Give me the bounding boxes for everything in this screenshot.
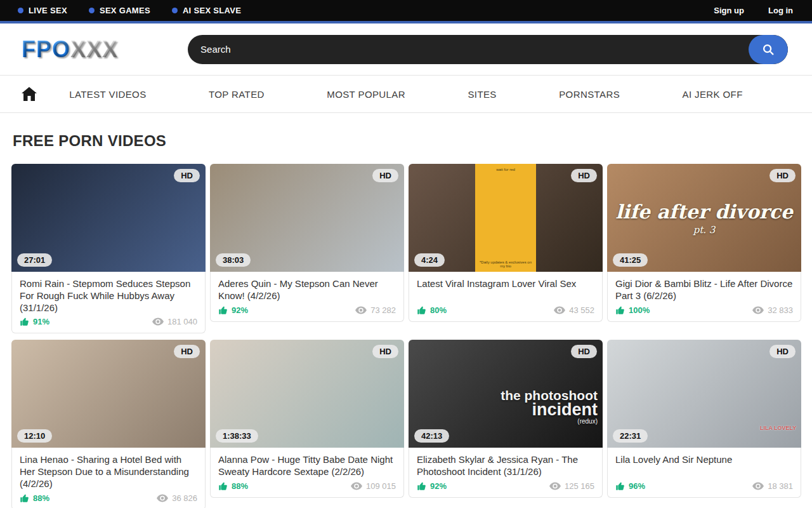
views-value: 109 015 [366, 481, 396, 491]
toplink-ai-sex-slave[interactable]: AI SEX SLAVE [172, 6, 241, 15]
logo-secondary-text: XXX [70, 36, 118, 62]
nav-item-most-popular[interactable]: MOST POPULAR [327, 89, 405, 100]
video-title[interactable]: Lila Lovely And Sir Neptune [615, 454, 793, 478]
view-count: 32 833 [752, 305, 793, 315]
toplink-live-sex[interactable]: LIVE SEX [18, 6, 67, 15]
nav-item-sites[interactable]: SITES [468, 89, 496, 100]
top-links: LIVE SEX SEX GAMES AI SEX SLAVE [18, 6, 241, 15]
home-icon [22, 87, 37, 101]
toplink-label: SEX GAMES [100, 6, 150, 15]
thumbs-up-icon [417, 481, 426, 491]
view-count: 181 040 [152, 317, 197, 326]
video-title[interactable]: Lina Henao - Sharing a Hotel Bed with He… [20, 454, 197, 490]
hd-badge: HD [174, 169, 200, 182]
search-input[interactable] [188, 44, 749, 55]
nav-item-pornstars[interactable]: PORNSTARS [559, 89, 620, 100]
video-card[interactable]: HD 4:24 wait for red*Daily updates & exc… [409, 164, 603, 333]
bullet-dot-icon [18, 8, 23, 13]
toplink-label: LIVE SEX [29, 6, 67, 15]
search-button[interactable] [749, 35, 788, 64]
eye-icon [752, 482, 764, 490]
video-stats: 100% 32 833 [615, 305, 793, 315]
main-nav: LATEST VIDEOSTOP RATEDMOST POPULARSITESP… [0, 75, 812, 113]
bullet-dot-icon [89, 8, 95, 13]
video-card[interactable]: HD 27:01 Romi Rain - Stepmom Seduces Ste… [11, 164, 206, 333]
like-percентage: 91% [20, 317, 49, 326]
bullet-dot-icon [172, 8, 178, 13]
video-stats: 88% 36 826 [20, 493, 197, 503]
eye-icon [152, 318, 164, 326]
thumbs-up-icon [20, 493, 29, 503]
video-info: Alanna Pow - Huge Titty Babe Date Night … [210, 448, 404, 498]
video-title[interactable]: Alanna Pow - Huge Titty Babe Date Night … [218, 454, 396, 478]
eye-icon [355, 306, 367, 314]
video-card[interactable]: HD 22:31 LILA LOVELY Lila Lovely And Sir… [607, 340, 801, 508]
hd-badge: HD [769, 345, 796, 358]
video-grid: HD 27:01 Romi Rain - Stepmom Seduces Ste… [0, 164, 812, 508]
view-count: 109 015 [351, 481, 396, 491]
video-card[interactable]: HD 12:10 Lina Henao - Sharing a Hotel Be… [11, 340, 206, 508]
video-title[interactable]: Elizabeth Skylar & Jessica Ryan - The Ph… [417, 454, 594, 478]
like-percентage: 80% [417, 305, 447, 315]
toplink-sex-games[interactable]: SEX GAMES [89, 6, 150, 15]
video-card[interactable]: HD 42:13 the photoshootincident(redux) E… [409, 340, 603, 508]
hd-badge: HD [372, 169, 398, 182]
video-thumbnail[interactable]: HD 38:03 [210, 164, 404, 272]
hd-badge: HD [571, 169, 597, 182]
like-percентage: 92% [417, 481, 447, 491]
like-value: 88% [232, 481, 248, 491]
video-thumbnail[interactable]: HD 4:24 wait for red*Daily updates & exc… [409, 164, 603, 272]
top-bar: LIVE SEX SEX GAMES AI SEX SLAVE Sign up … [0, 0, 812, 23]
video-info: Elizabeth Skylar & Jessica Ryan - The Ph… [409, 448, 603, 498]
logo-primary-text: FPO [22, 36, 70, 62]
video-thumbnail[interactable]: HD 1:38:33 [210, 340, 404, 448]
duration-badge: 42:13 [414, 429, 449, 443]
toplink-label: AI SEX SLAVE [183, 6, 241, 15]
thumbnail-overlay-text: the photoshootincident(redux) [501, 389, 598, 424]
nav-items: LATEST VIDEOSTOP RATEDMOST POPULARSITESP… [38, 89, 774, 100]
thumbs-up-icon [20, 317, 29, 326]
video-card[interactable]: HD 41:25 life after divorcept. 3 Gigi Di… [607, 164, 801, 333]
video-info: Lila Lovely And Sir Neptune 96% 18 381 [607, 448, 801, 498]
site-logo[interactable]: FPOXXX [22, 36, 118, 63]
video-title[interactable]: Gigi Dior & Bambi Blitz - Life After Div… [615, 278, 793, 302]
like-value: 92% [430, 481, 447, 491]
home-nav-button[interactable] [22, 87, 38, 101]
nav-item-ai-jerk-off[interactable]: AI JERK OFF [682, 89, 742, 100]
video-stats: 92% 125 165 [417, 481, 594, 491]
signup-link[interactable]: Sign up [714, 6, 744, 15]
thumbs-up-icon [218, 305, 228, 315]
nav-item-latest-videos[interactable]: LATEST VIDEOS [69, 89, 146, 100]
nav-item-top-rated[interactable]: TOP RATED [209, 89, 265, 100]
login-link[interactable]: Log in [768, 6, 793, 15]
video-card[interactable]: HD 38:03 Aderes Quin - My Stepson Can Ne… [210, 164, 404, 333]
video-stats: 80% 43 552 [417, 305, 594, 315]
video-thumbnail[interactable]: HD 12:10 [11, 340, 206, 448]
like-percентage: 96% [615, 481, 645, 491]
views-value: 18 381 [768, 481, 793, 491]
video-stats: 91% 181 040 [20, 317, 197, 326]
video-stats: 88% 109 015 [218, 481, 396, 491]
video-thumbnail[interactable]: HD 27:01 [11, 164, 206, 272]
video-title[interactable]: Romi Rain - Stepmom Seduces Stepson For … [20, 278, 197, 314]
view-count: 125 165 [549, 481, 594, 491]
video-title[interactable]: Latest Viral Instagram Lover Viral Sex [417, 278, 594, 302]
views-value: 32 833 [768, 305, 793, 315]
video-thumbnail[interactable]: HD 42:13 the photoshootincident(redux) [409, 340, 603, 448]
like-percентage: 100% [615, 305, 650, 315]
video-info: Gigi Dior & Bambi Blitz - Life After Div… [607, 272, 801, 322]
like-percентage: 88% [218, 481, 248, 491]
eye-icon [752, 306, 764, 314]
like-value: 100% [629, 305, 650, 315]
video-card[interactable]: HD 1:38:33 Alanna Pow - Huge Titty Babe … [210, 340, 404, 508]
hd-badge: HD [174, 345, 200, 358]
video-thumbnail[interactable]: HD 41:25 life after divorcept. 3 [607, 164, 801, 272]
eye-icon [351, 482, 362, 490]
duration-badge: 12:10 [17, 429, 52, 443]
page-title: FREE PORN VIDEOS [13, 132, 812, 150]
video-thumbnail[interactable]: HD 22:31 LILA LOVELY [607, 340, 801, 448]
video-title[interactable]: Aderes Quin - My Stepson Can Never Know!… [218, 278, 396, 302]
search-icon [761, 43, 775, 57]
video-info: Aderes Quin - My Stepson Can Never Know!… [210, 272, 404, 322]
video-info: Lina Henao - Sharing a Hotel Bed with He… [11, 448, 206, 508]
